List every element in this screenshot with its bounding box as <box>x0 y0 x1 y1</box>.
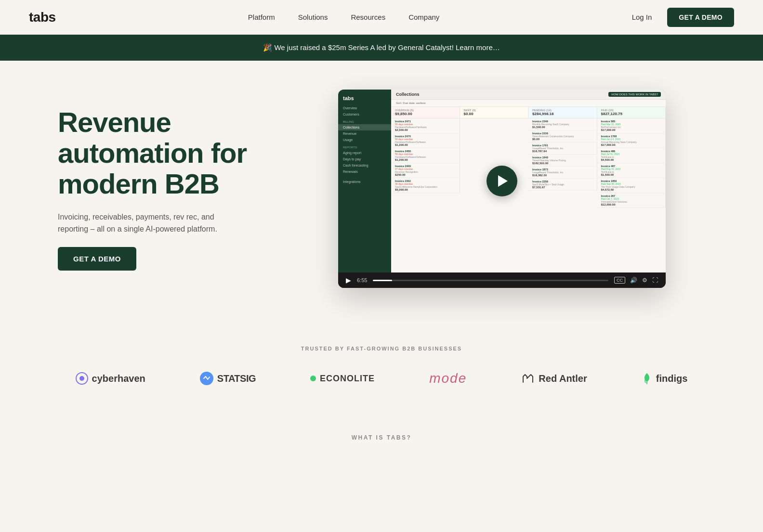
logos-row: cyberhaven STATSIG ECONOLITE mode Red An… <box>58 371 705 386</box>
inv-487: Invoice 487 Paid Aug 31, 2023 TechEase.i… <box>597 163 666 178</box>
inv-2471: Invoice 2471 59 days overdue Hardware/So… <box>391 118 460 133</box>
inv-486: Invoice 486 Paid Jul 31, 2023 TechEase.i… <box>597 148 666 163</box>
inv-2458: Invoice 2458 58 days overdue Hardware/So… <box>391 148 460 163</box>
video-control-icons: CC 🔊 ⚙ ⛶ <box>614 277 658 284</box>
logo-redantler: Red Antler <box>521 373 587 384</box>
sidebar-item-days[interactable]: Days to pay <box>338 156 391 162</box>
logo-findigs: findigs <box>642 372 688 385</box>
sidebar-item-overview[interactable]: Overview <box>338 105 391 111</box>
inv-2409: Invoice 2409 47 days overdue Revenue Rec… <box>391 163 460 178</box>
app-sidebar: tabs Overview Customers Billing Collecti… <box>338 90 391 272</box>
statsig-text: STATSIG <box>217 373 256 384</box>
banner-text: We just raised a $25m Series A led by Ge… <box>274 43 500 52</box>
announcement-banner[interactable]: 🎉 We just raised a $25m Series A led by … <box>0 35 763 61</box>
mode-text: mode <box>429 371 467 386</box>
cyberhaven-text: cyberhaven <box>92 373 145 384</box>
sidebar-section-integrations <box>338 175 391 179</box>
nav-link-platform[interactable]: Platform <box>248 13 275 21</box>
hero-section: Revenue automation for modern B2B Invoic… <box>0 61 763 317</box>
col-pending: PENDING (14) $284,998.18 Invoice 2346 Mo… <box>528 107 597 266</box>
col-header-pending: PENDING (14) $284,998.18 <box>528 107 597 118</box>
hero-subtext: Invoicing, receivables, payments, rev re… <box>58 211 241 235</box>
inv-1791: Invoice 1791 UsageBased Thresholds, Inc.… <box>528 143 597 155</box>
statsig-icon <box>200 372 213 385</box>
volume-icon[interactable]: 🔊 <box>630 277 637 284</box>
inv-2258: Invoice 2258 SaaS Multi/Sku + Seat Usage… <box>528 179 597 191</box>
sidebar-item-integrations[interactable]: Integrations <box>338 179 391 185</box>
findigs-text: findigs <box>656 373 688 384</box>
redantler-text: Red Antler <box>539 373 587 384</box>
sidebar-item-collections[interactable]: Collections <box>338 124 391 130</box>
hero-get-demo-button[interactable]: GET A DEMO <box>58 247 136 271</box>
sidebar-section-billing: Billing <box>338 117 391 124</box>
svg-point-1 <box>79 376 84 381</box>
hero-headline: Revenue automation for modern B2B <box>58 107 260 199</box>
logo-mode: mode <box>429 371 467 386</box>
sidebar-item-renewals[interactable]: Renewals <box>338 169 391 175</box>
inv-2336: Invoice 2336 Time+Materials Construction… <box>528 130 597 143</box>
col-header-overdue: OVERDUE (5) $9,850.00 <box>391 107 460 118</box>
paid-rows: Invoice 585 Paid Mar 31, 2023 BizProConn… <box>597 118 666 208</box>
collections-sort: Sort: Due date: earliest <box>391 100 666 107</box>
col-header-paid: PAID (20) $827,120.75 <box>597 107 666 118</box>
inv-1850: Invoice 1850 Paid Sep 30, 2023 The Pure … <box>597 178 666 193</box>
sidebar-section-reports: Reports <box>338 143 391 150</box>
app-header-title: Collections <box>396 92 420 97</box>
sidebar-item-cash[interactable]: Cash forecasting <box>338 162 391 169</box>
app-main: Collections HOW DOES THIS WORK IN TABS? … <box>391 90 666 272</box>
banner-emoji: 🎉 <box>263 43 272 52</box>
nav-login[interactable]: Log In <box>632 13 652 21</box>
inv-2470: Invoice 2470 59 days overdue Hardware/So… <box>391 133 460 148</box>
nav-logo[interactable]: tabs <box>29 10 56 25</box>
app-header: Collections HOW DOES THIS WORK IN TABS? <box>391 90 666 100</box>
pending-rows: Invoice 2346 Monthly Recurring SaaS Comp… <box>528 118 597 191</box>
inv-1768: Invoice 1768 Paid Jun 14, 2023 Annual Re… <box>597 133 666 148</box>
sidebar-item-customers[interactable]: Customers <box>338 111 391 117</box>
progress-bar[interactable] <box>373 280 608 281</box>
what-label: WHAT IS TABS? <box>58 434 705 441</box>
hero-left: Revenue automation for modern B2B Invoic… <box>58 107 260 271</box>
settings-icon[interactable]: ⚙ <box>642 277 647 284</box>
nav-link-resources[interactable]: Resources <box>351 13 385 21</box>
sidebar-item-usage[interactable]: Usage <box>338 137 391 143</box>
logo-cyberhaven: cyberhaven <box>76 372 145 385</box>
econolite-text: ECONOLITE <box>320 374 375 384</box>
video-content: tabs Overview Customers Billing Collecti… <box>338 90 666 272</box>
collections-grid: OVERDUE (5) $9,850.00 Invoice 2471 59 da… <box>391 107 666 266</box>
inv-1848: Invoice 1848 Tiered/Stairstep Volume Pri… <box>528 155 597 167</box>
col-header-sent: SENT (0) $0.00 <box>460 107 529 118</box>
progress-fill <box>373 280 392 281</box>
navbar: tabs Platform Solutions Resources Compan… <box>0 0 763 35</box>
sidebar-item-aging[interactable]: Aging report <box>338 150 391 156</box>
play-button[interactable] <box>487 166 517 196</box>
econolite-icon <box>310 376 316 381</box>
inv-1873: Invoice 1873 UsageBased Thresholds, Inc.… <box>528 167 597 179</box>
col-overdue: OVERDUE (5) $9,850.00 Invoice 2471 59 da… <box>391 107 460 266</box>
sidebar-item-revenue[interactable]: Revenue <box>338 130 391 137</box>
nav-get-demo-button[interactable]: GET A DEMO <box>667 8 734 27</box>
nav-link-solutions[interactable]: Solutions <box>298 13 328 21</box>
nav-link-company[interactable]: Company <box>408 13 439 21</box>
cc-button[interactable]: CC <box>614 277 625 284</box>
video-time: 6:55 <box>357 277 367 283</box>
inv-2346: Invoice 2346 Monthly Recurring SaaS Comp… <box>528 118 597 130</box>
logo-econolite: ECONOLITE <box>310 374 375 384</box>
video-player: tabs Overview Customers Billing Collecti… <box>338 90 666 288</box>
play-icon <box>498 175 508 187</box>
video-controls: ▶ 6:55 CC 🔊 ⚙ ⛶ <box>338 272 666 288</box>
logo-statsig: STATSIG <box>200 372 256 385</box>
hero-right: tabs Overview Customers Billing Collecti… <box>299 90 705 288</box>
what-is-tabs-section: WHAT IS TABS? <box>0 405 763 451</box>
inv-2302: Invoice 2302 30 days overdue SaaS+Milest… <box>391 178 460 193</box>
redantler-icon <box>521 373 535 384</box>
cyberhaven-icon <box>76 372 88 385</box>
overdue-rows: Invoice 2471 59 days overdue Hardware/So… <box>391 118 460 193</box>
how-does-this-work-button[interactable]: HOW DOES THIS WORK IN TABS? <box>608 92 661 97</box>
findigs-icon <box>642 372 652 385</box>
play-pause-button[interactable]: ▶ <box>346 276 351 284</box>
fullscreen-icon[interactable]: ⛶ <box>652 277 658 284</box>
trusted-section: TRUSTED BY FAST-GROWING B2B BUSINESSES c… <box>0 317 763 405</box>
sidebar-logo: tabs <box>338 93 391 105</box>
trusted-label: TRUSTED BY FAST-GROWING B2B BUSINESSES <box>58 346 705 351</box>
inv-267: Invoice 267 Paid Oct 7, 2023 InnovateClo… <box>597 193 666 208</box>
